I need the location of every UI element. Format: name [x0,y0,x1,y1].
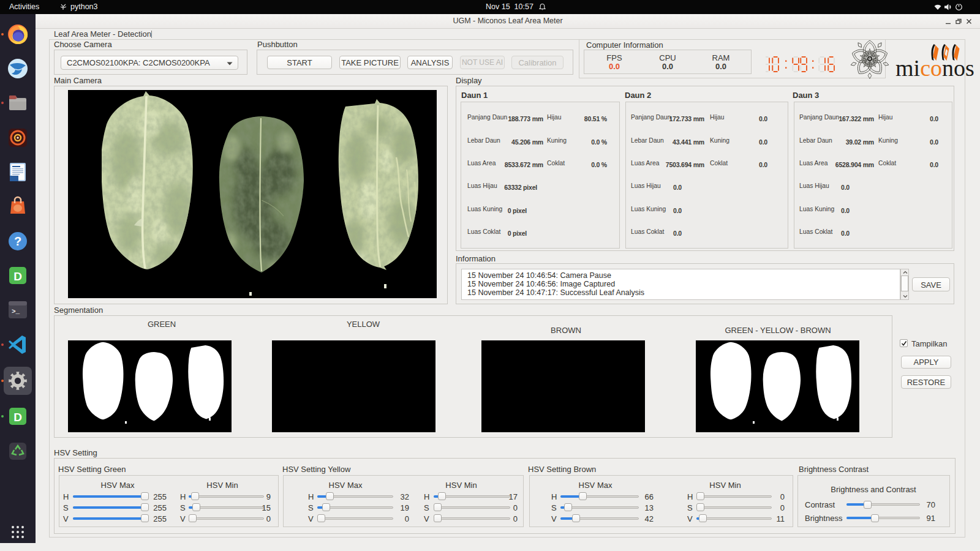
svg-text:?: ? [14,234,21,248]
svg-text:>_: >_ [12,308,20,315]
svg-text:D: D [13,411,22,424]
svg-text:D: D [13,270,22,283]
